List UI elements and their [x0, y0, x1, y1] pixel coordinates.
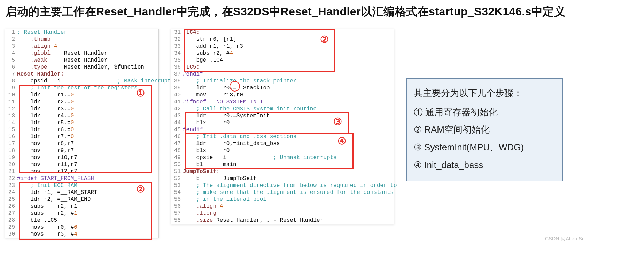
code-left-line: mov r12,r7: [17, 168, 177, 175]
code-lines-right: 31.LC4:32 str r0, [r1]33 add r1, r1, r33…: [171, 29, 394, 224]
code-left-line: .globl Reset_Handler: [17, 50, 177, 57]
code-left-lineno: 5: [5, 57, 17, 64]
code-left-line: movs r3, #4: [17, 231, 177, 238]
step-3: ③ SystemInit(MPU、WDG): [414, 139, 555, 156]
code-right-line: b JumpToSelf: [183, 175, 400, 182]
code-left-line: ldr r7,=0: [17, 133, 177, 140]
code-left-line: mov r11,r7: [17, 161, 177, 168]
code-right-lineno: 43: [171, 112, 183, 119]
code-left-lineno: 1: [5, 29, 17, 36]
code-right-line: ldr r0,=__StackTop: [183, 85, 400, 92]
code-left-lineno: 23: [5, 182, 17, 189]
code-left-line: movs r0, #0: [17, 224, 177, 231]
code-left-lineno: 26: [5, 203, 17, 210]
code-right-line: ; in the literal pool: [183, 196, 400, 203]
code-left-line: ldr r5,=0: [17, 119, 177, 126]
code-left-line: ldr r2, =__RAM_END: [17, 196, 177, 203]
steps-panel: 其主要分为以下几个步骤： ① 通用寄存器初始化 ② RAM空间初始化 ③ Sys…: [406, 78, 563, 181]
code-right-lineno: 52: [171, 175, 183, 182]
code-left-line: ; Reset Handler: [17, 29, 177, 36]
code-right-line: ; The alignment directive from below is …: [183, 182, 400, 189]
code-right-line: ; Init .data and .bss sections: [183, 133, 400, 140]
code-left-lineno: 8: [5, 78, 17, 85]
code-lines-left: 1; Reset Handler2 .thumb3 .align 44 .glo…: [5, 29, 158, 238]
code-left-line: ldr r3,=0: [17, 105, 177, 112]
code-right-lineno: 35: [171, 57, 183, 64]
code-right-lineno: 53: [171, 182, 183, 189]
code-left-lineno: 4: [5, 50, 17, 57]
code-left-lineno: 15: [5, 126, 17, 133]
code-right-lineno: 44: [171, 119, 183, 126]
code-left-line: ldr r6,=0: [17, 126, 177, 133]
code-left-line: #ifdef START_FROM_FLASH: [17, 175, 177, 182]
code-left-line: subs r2, #1: [17, 210, 177, 217]
code-left-line: ldr r1,=0: [17, 92, 177, 98]
code-right-line: .ltorg: [183, 210, 400, 217]
code-right-lineno: 54: [171, 189, 183, 196]
code-right-line: JumpToSelf:: [183, 168, 400, 175]
code-left-lineno: 25: [5, 196, 17, 203]
code-left-line: mov r10,r7: [17, 154, 177, 161]
code-left-lineno: 2: [5, 36, 17, 43]
code-right-lineno: 42: [171, 105, 183, 112]
code-left-lineno: 19: [5, 154, 17, 161]
code-right-lineno: 38: [171, 78, 183, 85]
step-4: ④ Init_data_bass: [414, 156, 555, 174]
code-left-lineno: 22: [5, 175, 17, 182]
code-right-line: add r1, r1, r3: [183, 43, 400, 50]
code-right-line: str r0, [r1]: [183, 36, 400, 43]
code-left-lineno: 3: [5, 43, 17, 50]
code-right-line: mov r13,r0: [183, 92, 400, 98]
code-right-line: .align 4: [183, 203, 400, 210]
code-left-lineno: 12: [5, 105, 17, 112]
code-right-lineno: 37: [171, 71, 183, 78]
code-left-line: mov r9,r7: [17, 147, 177, 154]
code-right-lineno: 39: [171, 85, 183, 92]
code-right-lineno: 49: [171, 154, 183, 161]
steps-heading: 其主要分为以下几个步骤：: [414, 84, 555, 102]
code-left-lineno: 21: [5, 168, 17, 175]
code-right-line: blx r0: [183, 119, 400, 126]
code-right-line: ldr r0,=init_data_bss: [183, 140, 400, 147]
code-left-lineno: 14: [5, 119, 17, 126]
code-left-lineno: 7: [5, 71, 17, 78]
code-right-lineno: 33: [171, 43, 183, 50]
step-1: ① 通用寄存器初始化: [414, 103, 555, 121]
code-left-line: subs r2, r1: [17, 203, 177, 210]
code-right-lineno: 45: [171, 126, 183, 133]
code-right-line: cpsie i ; Unmask interrupts: [183, 154, 400, 161]
code-left-lineno: 9: [5, 85, 17, 92]
code-right-lineno: 50: [171, 161, 183, 168]
code-left-lineno: 13: [5, 112, 17, 119]
code-left-lineno: 17: [5, 140, 17, 147]
code-block-right: 31.LC4:32 str r0, [r1]33 add r1, r1, r33…: [171, 29, 394, 224]
code-left-lineno: 27: [5, 210, 17, 217]
code-block-left: 1; Reset Handler2 .thumb3 .align 44 .glo…: [5, 29, 159, 238]
code-left-lineno: 29: [5, 224, 17, 231]
code-right-line: ; Initialize the stack pointer: [183, 78, 400, 85]
code-left-line: ; Init ECC RAM: [17, 182, 177, 189]
code-right-line: bge .LC4: [183, 57, 400, 64]
code-left-lineno: 11: [5, 98, 17, 105]
code-right-lineno: 51: [171, 168, 183, 175]
code-right-lineno: 58: [171, 217, 183, 224]
page: 启动的主要工作在Reset_Handler中完成，在S32DS中Reset_Ha…: [0, 0, 644, 244]
code-right-lineno: 56: [171, 203, 183, 210]
code-left-lineno: 28: [5, 217, 17, 224]
code-right-lineno: 55: [171, 196, 183, 203]
code-right-line: ; make sure that the alignment is ensure…: [183, 189, 400, 196]
code-left-lineno: 20: [5, 161, 17, 168]
code-left-lineno: 18: [5, 147, 17, 154]
watermark: CSDN @Allen.Su: [545, 236, 585, 242]
code-right-lineno: 32: [171, 36, 183, 43]
code-right-lineno: 36: [171, 64, 183, 71]
code-left-lineno: 24: [5, 189, 17, 196]
code-right-line: bl main: [183, 161, 400, 168]
content-row: 1; Reset Handler2 .thumb3 .align 44 .glo…: [5, 29, 639, 238]
code-left-line: mov r8,r7: [17, 140, 177, 147]
code-left-line: ble .LC5: [17, 217, 177, 224]
code-left-line: ; Init the rest of the registers: [17, 85, 177, 92]
code-right-line: blx r0: [183, 147, 400, 154]
code-left-line: Reset_Handler:: [17, 71, 177, 78]
code-right-line: ldr r0,=SystemInit: [183, 112, 400, 119]
